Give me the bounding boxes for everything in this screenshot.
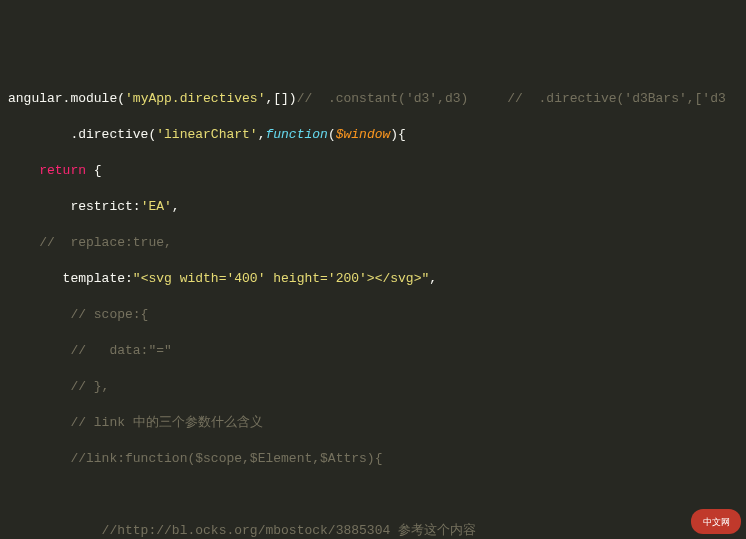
code-editor[interactable]: angular.module('myApp.directives',[])// … — [0, 72, 746, 539]
code-line: template:"<svg width='400' height='200'>… — [8, 270, 738, 288]
code-line: //link:function($scope,$Element,$Attrs){ — [8, 450, 738, 468]
code-line: // data:"=" — [8, 342, 738, 360]
watermark-logo: 中文网 — [691, 509, 741, 534]
code-line: //http://bl.ocks.org/mbostock/3885304 参考… — [8, 522, 738, 539]
code-line: angular.module('myApp.directives',[])// … — [8, 90, 738, 108]
code-line: // scope:{ — [8, 306, 738, 324]
code-line: // }, — [8, 378, 738, 396]
code-line: .directive('linearChart',function($windo… — [8, 126, 738, 144]
code-line: // link 中的三个参数什么含义 — [8, 414, 738, 432]
code-line: restrict:'EA', — [8, 198, 738, 216]
code-line: return { — [8, 162, 738, 180]
code-line — [8, 486, 738, 504]
code-line: // replace:true, — [8, 234, 738, 252]
